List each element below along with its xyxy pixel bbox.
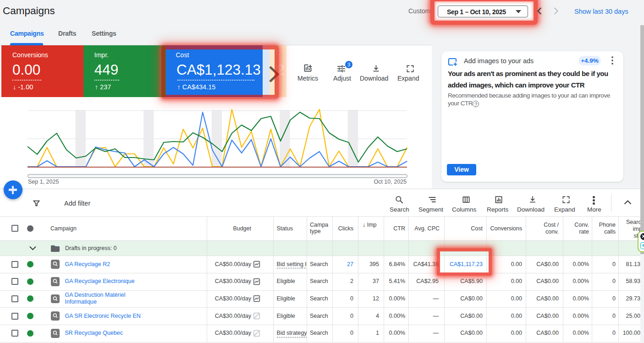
svg-text:Oct 10, 2025: Oct 10, 2025 bbox=[374, 179, 407, 185]
svg-text:Sep 1, 2025: Sep 1, 2025 bbox=[28, 179, 59, 185]
